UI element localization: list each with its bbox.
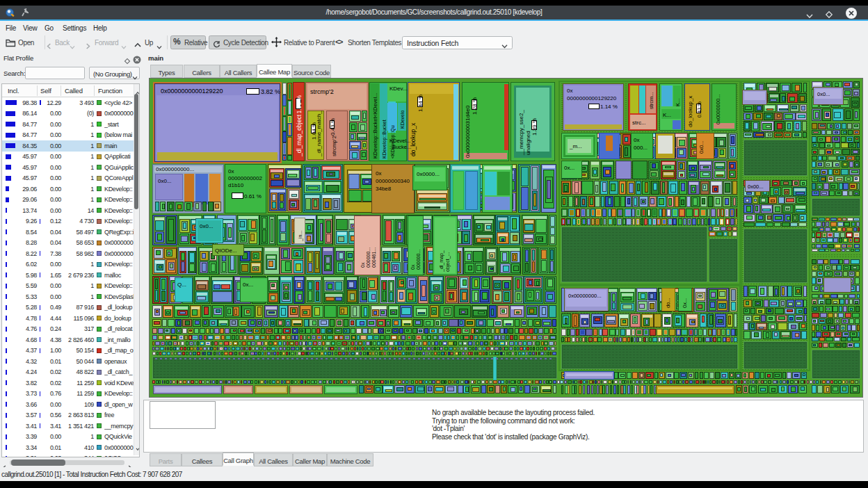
svg-text:K...: K... [675, 99, 681, 106]
svg-text:0x0000000...: 0x0000000... [715, 95, 721, 124]
svg-text:Q...: Q... [177, 282, 186, 288]
svg-text:do_lookup_x: do_lookup_x [687, 96, 693, 127]
svg-text:1.39 %: 1.39 % [531, 118, 538, 136]
svg-text:0x0...: 0x0... [817, 91, 830, 97]
svg-text:0x0...: 0x0... [200, 223, 214, 229]
svg-text:1.28 %: 1.28 % [472, 97, 478, 115]
svg-text:1.04 %: 1.04 % [311, 122, 317, 140]
svg-text:0x: 0x [567, 88, 572, 94]
svg-text:K...: K... [663, 112, 671, 118]
svg-text:000000...: 000000... [366, 247, 371, 268]
svg-text:00000000340: 00000000340 [376, 178, 410, 184]
svg-text:0x0000...: 0x0000... [417, 171, 440, 177]
svg-text:KDevelop::Bucket<KDevel...: KDevelop::Bucket<KDevel... [372, 93, 378, 158]
svg-text:0x: 0x [228, 168, 234, 174]
svg-text:0x...: 0x... [243, 282, 253, 288]
svg-text:1.14 %: 1.14 % [600, 104, 618, 110]
svg-text:0x: 0x [360, 262, 365, 268]
svg-text:_dl_map_: _dl_map_ [439, 250, 444, 273]
svg-text:_dl_map_object: _dl_map_object [296, 114, 303, 157]
svg-text:strc...: strc... [632, 120, 646, 126]
svg-text:0x: 0x [634, 137, 639, 143]
svg-text:0.43 %: 0.43 % [330, 118, 336, 136]
svg-text:1.96 %: 1.96 % [296, 95, 303, 114]
svg-text:000000...: 000000... [416, 250, 421, 270]
svg-text:_m...: _m... [569, 143, 582, 149]
svg-text:0x...: 0x... [564, 165, 574, 171]
svg-text:0x: 0x [410, 264, 415, 270]
svg-text:000461...: 000461... [371, 247, 376, 268]
svg-text:KDevelop::Bucket: KDevelop::Bucket [382, 120, 387, 158]
svg-text:KDevelo: KDevelo [400, 110, 405, 129]
svg-text:__memcpy_sse2_: __memcpy_sse2_ [518, 110, 524, 156]
svg-text:0x000000000...: 0x000000000... [156, 166, 194, 172]
svg-text:do_lookup_x: do_lookup_x [410, 122, 417, 156]
svg-text:0x...: 0x... [682, 298, 688, 308]
svg-text:3.82 %: 3.82 % [261, 88, 280, 95]
svg-text:::Bucke...: ::Bucke... [389, 144, 411, 150]
svg-text:0x00...: 0x00... [748, 184, 764, 190]
svg-text:object_...: object_... [445, 252, 451, 272]
svg-text:0x: 0x [376, 170, 381, 177]
svg-text:strcmp'2: strcmp'2 [310, 88, 334, 95]
svg-text:0x00000000...: 0x00000000... [568, 293, 602, 299]
svg-text:0.43 %: 0.43 % [696, 101, 702, 118]
svg-text:unaligned: unaligned [525, 131, 531, 155]
svg-text:strcmp'2: strcmp'2 [331, 135, 337, 156]
svg-text:0000000000129220: 0000000000129220 [567, 95, 617, 101]
svg-text:00000000002: 00000000002 [228, 175, 262, 181]
svg-text:000...: 000... [634, 145, 648, 151]
svg-text:0.61 %: 0.61 % [244, 193, 262, 200]
svg-text:1.44 %: 1.44 % [417, 95, 424, 112]
svg-text:d1b10: d1b10 [228, 182, 244, 188]
svg-text:0x0000000000129220: 0x0000000000129220 [161, 88, 223, 95]
svg-text:0x00000000031d4e0: 0x00000000031d4e0 [465, 105, 471, 158]
svg-text:KDevel...: KDevel... [389, 138, 410, 144]
svg-text:KDev...: KDev... [389, 86, 408, 92]
svg-text:QIODe...: QIODe... [215, 247, 237, 254]
svg-text:_in...: _in... [298, 231, 303, 242]
svg-text:34be8: 34be8 [376, 186, 392, 192]
svg-text:0x0...: 0x0... [698, 141, 705, 154]
svg-text:0x0...: 0x0... [158, 178, 172, 184]
svg-text:strcm...: strcm... [648, 92, 654, 109]
svg-text:do...: do... [665, 298, 671, 308]
